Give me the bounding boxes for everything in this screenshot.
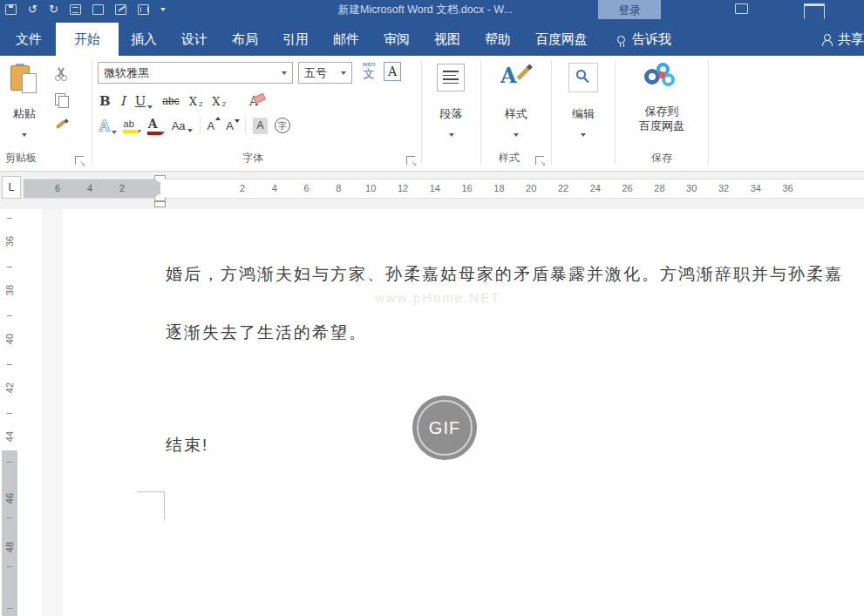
- text-effects-button[interactable]: A: [99, 118, 110, 134]
- styles-group: A 样式 样式: [481, 56, 551, 171]
- underline-button[interactable]: U: [135, 93, 146, 109]
- undo-icon[interactable]: ↺: [28, 1, 37, 18]
- tab-help[interactable]: 帮助: [473, 23, 523, 56]
- underline-caret[interactable]: [147, 105, 153, 109]
- shrink-font-button[interactable]: A: [226, 119, 238, 132]
- document-paragraph-1: 婚后，方鸿渐夫妇与方家、孙柔嘉姑母家的矛盾暴露并激化。方鸿渐辞职并与孙柔嘉: [166, 263, 843, 286]
- v-ruler-tick: [7, 413, 12, 414]
- format-painter-button[interactable]: [51, 115, 71, 134]
- bold-button[interactable]: B: [99, 93, 111, 109]
- v-ruler-tick: [7, 267, 12, 267]
- cut-button[interactable]: [51, 64, 71, 84]
- tab-mailings[interactable]: 邮件: [321, 23, 371, 56]
- font-color-button[interactable]: A: [148, 117, 158, 135]
- styles-button[interactable]: 样式: [481, 106, 551, 122]
- copy-icon: [55, 93, 67, 106]
- paragraph-group: 段落: [422, 56, 480, 171]
- character-shading-button[interactable]: A: [253, 118, 268, 134]
- magnifier-icon: [576, 70, 586, 79]
- draw-icon[interactable]: [115, 4, 126, 15]
- font-size-combobox[interactable]: 五号: [298, 62, 352, 84]
- pinyin-guide-button[interactable]: wén 文: [359, 61, 378, 79]
- grow-font-button[interactable]: A: [207, 119, 220, 132]
- copy-button[interactable]: [51, 90, 71, 109]
- h-ruler-number: 36: [780, 183, 796, 193]
- v-ruler-tick: [7, 518, 12, 518]
- tell-me-box[interactable]: 告诉我: [612, 23, 677, 56]
- font-name-combobox[interactable]: 微软雅黑: [98, 62, 293, 84]
- vertical-ruler-bottom-margin: [2, 450, 17, 616]
- ribbon-tab-bar: 文件开始插入设计布局引用邮件审阅视图帮助百度网盘 告诉我 共享: [0, 19, 864, 56]
- change-case-button[interactable]: Aa: [172, 119, 186, 132]
- h-ruler-number: 2: [235, 183, 250, 193]
- h-ruler-number: 16: [459, 183, 475, 193]
- tab-layout[interactable]: 布局: [220, 23, 270, 56]
- subscript-button[interactable]: X2: [189, 95, 203, 108]
- ruler-band: L 642 24681012141618202224262830323436: [0, 172, 864, 209]
- paste-caret[interactable]: [0, 125, 49, 140]
- paragraph-button[interactable]: 段落: [422, 106, 480, 122]
- tab-home[interactable]: 开始: [56, 23, 119, 56]
- highlight-button[interactable]: ab: [124, 118, 134, 133]
- redo-icon[interactable]: ↻: [49, 1, 58, 18]
- h-ruler-number: 8: [330, 183, 346, 193]
- tab-references[interactable]: 引用: [270, 23, 321, 56]
- tab-insert[interactable]: 插入: [119, 23, 169, 56]
- save-icon[interactable]: [5, 4, 17, 15]
- clear-formatting-button[interactable]: A: [249, 94, 258, 108]
- v-ruler-tick: [7, 315, 12, 316]
- tab-design[interactable]: 设计: [169, 23, 220, 56]
- editing-icon-box[interactable]: [568, 63, 598, 92]
- text-boundary-corner-mark: [137, 491, 165, 520]
- h-ruler-margin-number: 4: [82, 183, 98, 193]
- tab-baidu-netdisk[interactable]: 百度网盘: [523, 23, 600, 56]
- tab-review[interactable]: 审阅: [371, 23, 422, 56]
- enclose-characters-button[interactable]: 字: [275, 118, 290, 133]
- text-effects-caret[interactable]: [112, 131, 117, 134]
- customize-qat-caret[interactable]: [160, 8, 166, 11]
- table-icon[interactable]: [138, 4, 149, 15]
- styles-icon[interactable]: A: [500, 63, 532, 92]
- tab-file[interactable]: 文件: [2, 23, 56, 56]
- font-dialog-launcher[interactable]: [406, 156, 415, 165]
- italic-button[interactable]: I: [120, 93, 126, 109]
- vertical-ruler[interactable]: 36384042444648: [2, 209, 17, 616]
- v-ruler-tick: [7, 608, 12, 609]
- ribbon-display-options-icon[interactable]: [735, 3, 748, 14]
- share-button[interactable]: 共享: [821, 23, 864, 56]
- title-bar: ↺ ↻ 新建Microsoft Word 文档.docx - W... 登录: [0, 0, 864, 19]
- word-application-window: ↺ ↻ 新建Microsoft Word 文档.docx - W... 登录 文…: [0, 0, 864, 616]
- gif-badge-ring: [417, 400, 473, 456]
- paste-label: 粘贴: [0, 106, 49, 122]
- h-ruler-number: 28: [651, 183, 667, 193]
- minimize-icon[interactable]: [804, 3, 825, 19]
- left-indent-marker[interactable]: [154, 201, 166, 207]
- login-button[interactable]: 登录: [598, 0, 661, 19]
- scissors-icon: [54, 67, 68, 81]
- paragraph-lines-icon[interactable]: [437, 64, 465, 91]
- clipboard-dialog-launcher[interactable]: [75, 156, 84, 165]
- font-size-caret[interactable]: [341, 71, 346, 75]
- editing-caret[interactable]: [552, 125, 615, 140]
- editing-button[interactable]: 编辑: [552, 106, 615, 122]
- styles-caret[interactable]: [481, 125, 551, 140]
- font-name-caret[interactable]: [282, 71, 287, 75]
- v-ruler-number: 44: [4, 429, 15, 444]
- print-icon[interactable]: [70, 4, 81, 15]
- paste-clipboard-icon: [10, 64, 37, 93]
- strikethrough-button[interactable]: abc: [162, 95, 179, 107]
- new-document-icon[interactable]: [92, 4, 104, 15]
- h-ruler-number: 26: [620, 183, 636, 193]
- h-ruler-number: 24: [588, 183, 603, 193]
- paragraph-caret[interactable]: [422, 125, 480, 140]
- character-border-button[interactable]: A: [384, 62, 401, 81]
- tab-view[interactable]: 视图: [422, 23, 473, 56]
- styles-dialog-launcher[interactable]: [535, 156, 544, 165]
- v-ruler-number: 42: [4, 380, 15, 396]
- tab-stop-selector[interactable]: L: [2, 176, 21, 199]
- superscript-button[interactable]: X2: [212, 95, 226, 108]
- save-group-label: 保存: [651, 151, 672, 166]
- horizontal-ruler[interactable]: 642 24681012141618202224262830323436: [24, 179, 864, 199]
- document-canvas[interactable]: 婚后，方鸿渐夫妇与方家、孙柔嘉姑母家的矛盾暴露并激化。方鸿渐辞职并与孙柔嘉 ww…: [17, 209, 864, 616]
- change-case-caret[interactable]: [187, 129, 193, 132]
